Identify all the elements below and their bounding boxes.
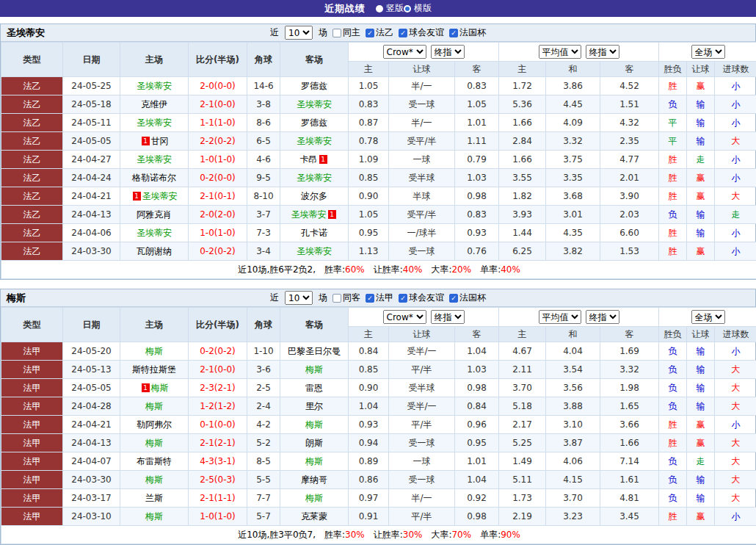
team-name[interactable]: 朗斯: [305, 438, 323, 448]
team-name[interactable]: 克莱蒙: [301, 511, 327, 521]
summary-row: 近10场,胜6平2负2,胜率:60%让胜率:40%大率:20%单率:40%: [1, 261, 756, 279]
euro-odds-cell: 4.81: [600, 489, 659, 508]
team-name[interactable]: 梅斯: [145, 438, 163, 448]
euro-odds-cell: 2.35: [600, 132, 659, 151]
layout-option[interactable]: 竖版: [376, 2, 404, 15]
team-name[interactable]: 梅斯: [151, 383, 169, 393]
team-name[interactable]: 梅斯: [305, 364, 323, 375]
outcome-cell: 胜: [659, 224, 687, 242]
euro-odds-cell: 1.69: [600, 342, 659, 361]
page-title: 近期战绩: [324, 2, 366, 15]
euro-odds-cell: 2.19: [499, 508, 546, 526]
team-name[interactable]: 罗德兹: [301, 81, 327, 91]
goals-result-cell: 小: [715, 416, 756, 434]
euro-stage-select[interactable]: 终指: [586, 45, 619, 59]
home-team-cell: 1梅斯: [120, 379, 189, 397]
league-filter[interactable]: ✓球会友谊: [399, 26, 444, 39]
asian-odds-cell: 平/半: [389, 508, 455, 526]
team-name[interactable]: 格勒诺布尔: [132, 173, 176, 183]
league-filter[interactable]: ✓球会友谊: [399, 292, 444, 304]
team-name[interactable]: 圣埃蒂安: [137, 154, 172, 165]
scope-select[interactable]: 全场: [691, 45, 725, 59]
games-count-select[interactable]: 10: [285, 26, 313, 40]
corner-cell: 1-10: [247, 342, 280, 361]
team-name[interactable]: 巴黎圣日尔曼: [288, 346, 341, 356]
odds-company-select[interactable]: Crow*: [383, 310, 426, 324]
euro-odds-cell: 4.45: [546, 95, 600, 114]
scope-select[interactable]: 全场: [691, 310, 725, 324]
team-name[interactable]: 孔卡诺: [301, 228, 327, 238]
away-team-cell: 雷恩: [280, 379, 349, 397]
asian-odds-cell: 1.04: [455, 471, 499, 489]
team-name[interactable]: 卡昂: [300, 154, 318, 165]
handicap-result-cell: 输: [687, 206, 715, 224]
goals-result-cell: 小: [715, 242, 756, 261]
away-team-cell: 巴黎圣日尔曼: [280, 342, 349, 361]
team-name[interactable]: 斯特拉斯堡: [132, 364, 176, 375]
team-name[interactable]: 阿雅克肖: [137, 209, 172, 220]
checkbox-unchecked-icon: [332, 29, 341, 37]
team-name[interactable]: 布雷斯特: [137, 456, 172, 466]
layout-option[interactable]: 横版: [404, 2, 432, 15]
team-name[interactable]: 梅斯: [145, 346, 163, 356]
team-name[interactable]: 瓦朗谢纳: [137, 246, 172, 256]
radio-icon: [376, 5, 383, 12]
home-team-cell: 布雷斯特: [120, 452, 189, 471]
team-name[interactable]: 梅斯: [305, 456, 323, 466]
team-name[interactable]: 雷恩: [305, 383, 323, 393]
team-name[interactable]: 波尔多: [301, 191, 327, 201]
league-filter[interactable]: ✓法甲: [366, 292, 393, 304]
euro-average-select[interactable]: 平均值: [539, 310, 581, 324]
team-name[interactable]: 圣埃蒂安: [297, 99, 332, 109]
team-name[interactable]: 圣埃蒂安: [137, 228, 172, 238]
league-filter[interactable]: ✓法国杯: [449, 26, 486, 39]
red-card-icon: 1: [142, 383, 150, 392]
team-name[interactable]: 罗德兹: [301, 118, 327, 128]
games-label: 场: [319, 26, 327, 39]
team-name[interactable]: 勒阿弗尔: [137, 419, 172, 430]
outcome-cell: 胜: [659, 169, 687, 187]
outcome-cell: 负: [659, 95, 687, 114]
score-cell: 2-2(0-2): [189, 132, 247, 151]
outcome-cell: 胜: [659, 77, 687, 95]
team-name[interactable]: 圣埃蒂安: [297, 136, 332, 146]
team-name[interactable]: 梅斯: [305, 493, 323, 503]
team-name[interactable]: 圣埃蒂安: [137, 81, 172, 91]
match-row: 法乙24-04-211圣埃蒂安2-1(0-1)8-10波尔多0.90半球0.98…: [1, 187, 756, 206]
team-name[interactable]: 梅斯: [305, 419, 323, 430]
team-name[interactable]: 圣埃蒂安: [291, 209, 327, 220]
team-name[interactable]: 摩纳哥: [301, 474, 327, 485]
odds-company-select[interactable]: Crow*: [383, 45, 426, 59]
euro-stage-select[interactable]: 终指: [586, 310, 619, 324]
team-name[interactable]: 梅斯: [145, 474, 163, 485]
venue-filter[interactable]: 同客: [332, 292, 360, 304]
league-filter[interactable]: ✓法国杯: [449, 292, 486, 304]
team-name[interactable]: 里尔: [305, 401, 323, 411]
asian-stage-select[interactable]: 终指: [431, 45, 465, 59]
games-count-select[interactable]: 10: [285, 291, 313, 305]
handicap-result-cell: 输: [687, 95, 715, 114]
venue-filter[interactable]: 同主: [332, 26, 360, 39]
outcome-cell: 胜: [659, 508, 687, 526]
team-name[interactable]: 圣埃蒂安: [137, 118, 172, 128]
euro-odds-cell: 6.60: [600, 224, 659, 242]
team-name[interactable]: 兰斯: [145, 493, 163, 503]
team-name[interactable]: 甘冈: [151, 136, 169, 146]
euro-odds-cell: 2.17: [499, 416, 546, 434]
asian-odds-cell: 受一球: [389, 242, 455, 261]
corner-cell: 3-4: [247, 242, 280, 261]
team-name[interactable]: 圣埃蒂安: [297, 246, 332, 256]
euro-odds-cell: 2.84: [499, 132, 546, 151]
match-row: 法乙24-05-11圣埃蒂安1-1(1-0)8-6罗德兹0.87半/一1.011…: [1, 114, 756, 132]
asian-stage-select[interactable]: 终指: [431, 310, 465, 324]
league-cell: 法甲: [1, 379, 63, 397]
team-name[interactable]: 梅斯: [145, 511, 163, 521]
team-name[interactable]: 圣埃蒂安: [297, 173, 332, 183]
team-name[interactable]: 克维伊: [141, 99, 167, 109]
team-name[interactable]: 梅斯: [145, 401, 163, 411]
score-cell: 0-2(0-2): [189, 242, 247, 261]
match-row: 法甲24-03-17兰斯2-1(1-1)7-7梅斯0.97半/一0.921.73…: [1, 489, 756, 508]
team-name[interactable]: 圣埃蒂安: [142, 191, 178, 201]
euro-average-select[interactable]: 平均值: [539, 45, 581, 59]
league-filter[interactable]: ✓法乙: [366, 26, 393, 39]
